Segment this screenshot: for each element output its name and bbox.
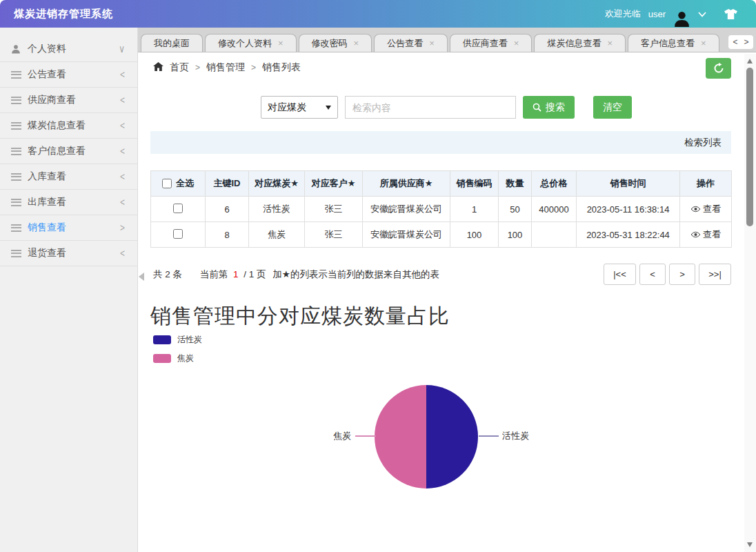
- shirt-icon[interactable]: [724, 8, 738, 20]
- row-select-cell: [151, 222, 206, 248]
- username[interactable]: user: [648, 9, 666, 19]
- chart-legend: 活性炭 焦炭: [153, 334, 202, 371]
- select-value: 对应煤炭: [268, 101, 306, 114]
- sidebar-collapse-handle[interactable]: [139, 266, 150, 288]
- cell-customer: 张三: [305, 222, 363, 248]
- column-header-sale-code: 销售编码: [450, 171, 499, 197]
- pie-leader-line: [479, 435, 499, 437]
- last-page-button[interactable]: >>|: [699, 264, 731, 285]
- view-link[interactable]: 查看: [690, 203, 721, 215]
- refresh-icon: [713, 63, 724, 74]
- chevron-right-icon: >: [120, 221, 125, 234]
- tab-label: 我的桌面: [154, 37, 190, 50]
- legend-item-coke[interactable]: 焦炭: [153, 353, 202, 364]
- cell-sale-code: 1: [450, 197, 499, 222]
- sidebar-item-suppliers[interactable]: 供应商查看 <: [0, 88, 137, 113]
- select-all-checkbox[interactable]: [162, 179, 172, 188]
- list-banner: 检索列表: [150, 131, 731, 154]
- sidebar-item-outbound[interactable]: 出库查看 <: [0, 190, 137, 215]
- chevron-left-icon: <: [120, 68, 125, 81]
- select-all-label: 全选: [176, 177, 194, 190]
- sidebar-item-label: 退货查看: [28, 247, 120, 259]
- tab-suppliers[interactable]: 供应商查看 ×: [450, 34, 533, 52]
- chevron-left-icon: <: [120, 94, 125, 106]
- cell-actions: 查看: [680, 197, 732, 222]
- pie-chart-area: 焦炭 活性炭: [138, 385, 731, 495]
- first-page-button[interactable]: |<<: [604, 264, 636, 285]
- tab-customer-info[interactable]: 客户信息查看 ×: [628, 34, 719, 52]
- close-icon[interactable]: ×: [354, 38, 359, 48]
- menu-icon: [11, 250, 28, 257]
- vertical-scrollbar[interactable]: [744, 54, 756, 552]
- tab-label: 修改密码: [312, 37, 348, 50]
- close-icon[interactable]: ×: [278, 38, 284, 48]
- breadcrumb-home[interactable]: 首页: [170, 61, 189, 74]
- breadcrumb: 首页 > 销售管理 > 销售列表: [153, 61, 301, 74]
- sidebar-item-inbound[interactable]: 入库查看 <: [0, 164, 137, 190]
- pagination-controls: |<< < > >>|: [604, 264, 731, 285]
- column-header-quantity: 数量: [499, 171, 532, 197]
- sidebar: 个人资料 ∨ 公告查看 < 供应商查看 < 煤炭信息查看 < 客户信息查看 < …: [0, 28, 138, 552]
- chevron-down-icon: [326, 106, 331, 110]
- close-icon[interactable]: ×: [514, 38, 519, 48]
- tab-edit-profile[interactable]: 修改个人资料 ×: [205, 34, 297, 52]
- scroll-up-arrow[interactable]: [747, 59, 753, 63]
- column-header-actions: 操作: [680, 171, 732, 197]
- cell-quantity: 100: [499, 222, 532, 248]
- chevron-down-icon[interactable]: [698, 9, 706, 19]
- close-icon[interactable]: ×: [429, 38, 435, 48]
- tabs-scroll-left-button[interactable]: <: [730, 37, 741, 47]
- tab-coal-info[interactable]: 煤炭信息查看 ×: [534, 34, 626, 52]
- search-field-select[interactable]: 对应煤炭: [261, 96, 338, 119]
- table-row: 6 活性炭 张三 安徽皖晋煤炭公司 1 50 400000 2023-05-11…: [151, 197, 732, 222]
- prev-page-button[interactable]: <: [639, 264, 666, 285]
- breadcrumb-separator: >: [195, 63, 200, 72]
- avatar[interactable]: [673, 0, 690, 28]
- close-icon[interactable]: ×: [607, 38, 613, 48]
- sidebar-item-customer-info[interactable]: 客户信息查看 <: [0, 139, 137, 164]
- row-select-cell: [151, 197, 206, 222]
- sidebar-item-label: 客户信息查看: [28, 145, 120, 157]
- legend-item-activated-carbon[interactable]: 活性炭: [153, 334, 202, 346]
- refresh-button[interactable]: [706, 58, 731, 79]
- app-title: 煤炭进销存管理系统: [14, 8, 113, 21]
- legend-swatch: [153, 354, 171, 363]
- cell-total-price: 400000: [532, 197, 577, 222]
- row-checkbox[interactable]: [173, 229, 183, 239]
- tab-label: 公告查看: [387, 37, 423, 50]
- breadcrumb-sales-management[interactable]: 销售管理: [206, 61, 245, 74]
- next-page-button[interactable]: >: [669, 264, 695, 285]
- sidebar-item-returns[interactable]: 退货查看 <: [0, 241, 137, 266]
- sidebar-item-profile[interactable]: 个人资料 ∨: [0, 37, 137, 62]
- table-row: 8 焦炭 张三 安徽皖晋煤炭公司 100 100 2023-05-31 18:2…: [151, 222, 732, 248]
- column-header-total-price: 总价格: [532, 171, 577, 197]
- clear-button[interactable]: 清空: [593, 96, 632, 119]
- search-button-label: 搜索: [546, 101, 565, 114]
- sidebar-item-label: 销售查看: [28, 221, 120, 234]
- close-icon[interactable]: ×: [701, 38, 706, 48]
- sidebar-item-label: 供应商查看: [28, 94, 120, 106]
- topbar-user-area: 欢迎光临 user: [605, 0, 738, 28]
- cell-sale-time: 2023-05-11 16:38:14: [577, 197, 680, 222]
- sidebar-item-coal-info[interactable]: 煤炭信息查看 <: [0, 113, 137, 139]
- tab-announcements[interactable]: 公告查看 ×: [374, 34, 448, 52]
- view-link[interactable]: 查看: [690, 228, 721, 241]
- main-content: 首页 > 销售管理 > 销售列表 对应煤炭 搜索: [138, 52, 744, 552]
- view-link-label: 查看: [703, 228, 721, 241]
- tab-my-desktop[interactable]: 我的桌面: [141, 34, 203, 52]
- search-input[interactable]: [345, 96, 516, 119]
- sidebar-item-announcements[interactable]: 公告查看 <: [0, 62, 137, 88]
- cell-supplier: 安徽皖晋煤炭公司: [363, 197, 450, 222]
- row-checkbox[interactable]: [173, 204, 183, 213]
- breadcrumb-sales-list: 销售列表: [262, 61, 301, 74]
- search-button[interactable]: 搜索: [523, 96, 575, 119]
- pie-chart[interactable]: [375, 385, 478, 489]
- menu-icon: [11, 224, 28, 232]
- tabs-scroll-right-button[interactable]: >: [741, 37, 752, 47]
- menu-icon: [11, 199, 28, 206]
- sidebar-item-sales[interactable]: 销售查看 >: [0, 215, 137, 241]
- clear-button-label: 清空: [603, 101, 622, 114]
- scrollbar-thumb[interactable]: [746, 68, 753, 226]
- scroll-down-arrow[interactable]: [747, 542, 753, 547]
- tab-change-password[interactable]: 修改密码 ×: [299, 34, 372, 52]
